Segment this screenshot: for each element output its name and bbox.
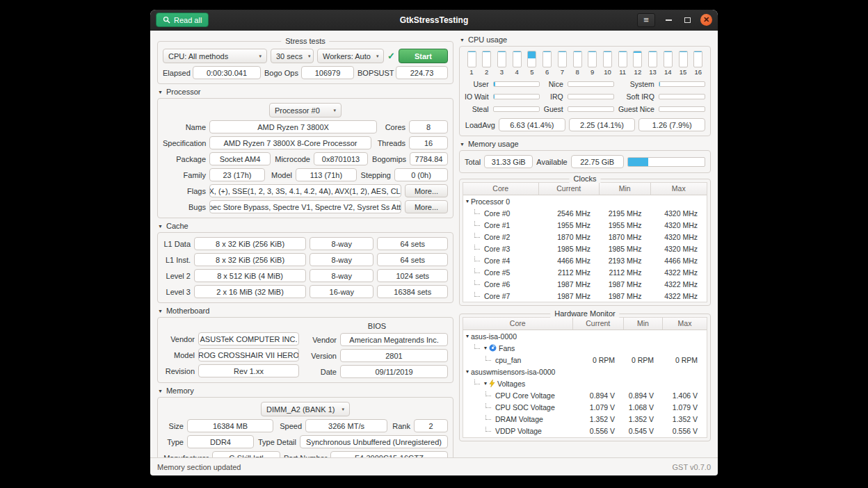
cache-sets-value[interactable]: 1024 sets (377, 269, 448, 282)
sensor-min: 1.352 V (624, 415, 663, 423)
bopsust-value[interactable]: 224.73 (396, 66, 448, 79)
mobo-vendor-value[interactable]: ASUSTeK COMPUTER INC. (198, 332, 299, 345)
cache-sets-value[interactable]: 64 sets (377, 253, 448, 266)
tree-expander-icon[interactable]: ▾ (466, 198, 469, 204)
clock-row-core1[interactable]: Core #1 1955 MHz 1955 MHz 4320 MHz (463, 219, 707, 231)
loadavg-1min[interactable]: 6.63 (41.4%) (499, 118, 565, 131)
hwmon-voltage-row-2[interactable]: DRAM Voltage 1.352 V 1.352 V 1.352 V (463, 413, 707, 425)
tree-expander-icon[interactable]: ▾ (484, 345, 487, 351)
hwmon-voltage-row-0[interactable]: CPU Core Voltage 0.894 V 0.894 V 1.406 V (463, 389, 707, 401)
cpu-usage-expander[interactable]: ▼ CPU usage (460, 35, 711, 44)
hwmon-header-current[interactable]: Current (573, 318, 625, 330)
hwmon-fans-group-row[interactable]: ▾Fans (463, 342, 707, 354)
clocks-header-core[interactable]: Core (463, 183, 539, 195)
titlebar[interactable]: Read all GtkStressTesting ≡ ✕ (150, 10, 718, 31)
cache-size-value[interactable]: 2 x 16 MiB (32 MiB) (194, 285, 306, 298)
clock-row-core7[interactable]: Core #7 1987 MHz 1987 MHz 4322 MHz (463, 290, 707, 302)
package-value[interactable]: Socket AM4 (209, 152, 271, 165)
cache-sets-value[interactable]: 16384 sets (377, 285, 448, 298)
hwmon-fan-row[interactable]: cpu_fan 0 RPM 0 RPM 0 RPM (463, 354, 707, 366)
hwmon-header-core[interactable]: Core (463, 318, 573, 330)
clock-row-core4[interactable]: Core #4 4466 MHz 2193 MHz 4466 MHz (463, 254, 707, 266)
mem-size-value[interactable]: 16384 MB (187, 419, 273, 432)
mem-part-number-value[interactable]: F4-3000C15-16GTZ (330, 451, 448, 457)
processor-expander[interactable]: ▼ Processor (158, 88, 453, 96)
bugs-value[interactable]: Spec Store Bypass, Spectre V1, Spectre V… (209, 200, 401, 213)
cache-assoc-value[interactable]: 8-way (310, 253, 373, 266)
hwmon-chip-row[interactable]: ▾asus-isa-0000 (463, 330, 707, 342)
motherboard-expander[interactable]: ▼ Motherboard (158, 307, 453, 315)
clock-row-core6[interactable]: Core #6 1987 MHz 1987 MHz 4322 MHz (463, 278, 707, 290)
mem-available-value[interactable]: 22.75 GiB (571, 155, 624, 168)
flags-value[interactable]: MMX, (+), SSE(1, 2, 3, 3S, 4.1, 4.2, 4A)… (209, 184, 401, 197)
loadavg-5min[interactable]: 2.25 (14.1%) (569, 118, 636, 131)
clock-row-core3[interactable]: Core #3 1985 MHz 1985 MHz 4320 MHz (463, 243, 707, 254)
clocks-group-row[interactable]: ▾Processor 0 (463, 195, 707, 207)
dimm-selector-dropdown[interactable]: DIMM_A2 (BANK 1) ▾ (261, 402, 350, 416)
cache-assoc-value[interactable]: 8-way (310, 269, 373, 282)
elapsed-value[interactable]: 0:00:30.041 (193, 66, 261, 79)
flags-more-button[interactable]: More... (405, 184, 448, 197)
cache-size-value[interactable]: 8 x 32 KiB (256 KiB) (194, 237, 306, 250)
tree-expander-icon[interactable]: ▾ (466, 333, 469, 339)
processor-selector-dropdown[interactable]: Processor #0 ▾ (269, 103, 341, 117)
hwmon-voltages-group-row[interactable]: ▾Voltages (463, 377, 707, 389)
maximize-button[interactable] (682, 15, 693, 26)
bios-date-value[interactable]: 09/11/2019 (340, 365, 448, 378)
model-value[interactable]: 113 (71h) (296, 168, 357, 181)
mem-type-value[interactable]: DDR4 (187, 435, 254, 448)
cache-sets-value[interactable]: 64 sets (377, 237, 448, 250)
hwmon-voltage-row-4[interactable]: 1.8V PLL Voltage 1.788 V 1.788 V 1.788 V (463, 437, 707, 438)
minimize-button[interactable] (663, 15, 674, 26)
hwmon-voltage-row-3[interactable]: VDDP Voltage 0.556 V 0.545 V 0.556 V (463, 425, 707, 437)
cache-assoc-value[interactable]: 8-way (310, 237, 373, 250)
stepping-value[interactable]: 0 (0h) (394, 168, 448, 181)
cache-size-value[interactable]: 8 x 32 KiB (256 KiB) (194, 253, 306, 266)
cache-expander[interactable]: ▼ Cache (158, 222, 453, 230)
close-button[interactable]: ✕ (700, 14, 712, 26)
clocks-header-min[interactable]: Min (600, 183, 651, 195)
bogomips-value[interactable]: 7784.84 (410, 152, 448, 165)
memory-expander[interactable]: ▼ Memory (158, 387, 453, 395)
mem-speed-value[interactable]: 3266 MT/s (305, 419, 387, 432)
loadavg-15min[interactable]: 1.26 (7.9%) (638, 118, 705, 131)
cores-value[interactable]: 8 (409, 120, 448, 133)
stress-method-dropdown[interactable]: CPU: All methods ▾ (163, 49, 267, 63)
mobo-revision-value[interactable]: Rev 1.xx (198, 364, 299, 377)
specification-value[interactable]: AMD Ryzen 7 3800X 8-Core Processor (209, 136, 371, 149)
bios-version-value[interactable]: 2801 (340, 349, 448, 362)
tree-expander-icon[interactable]: ▾ (466, 368, 469, 375)
cpu-name-value[interactable]: AMD Ryzen 7 3800X (209, 120, 377, 133)
clock-row-core0[interactable]: Core #0 2546 MHz 2195 MHz 4320 MHz (463, 207, 707, 219)
family-value[interactable]: 23 (17h) (209, 168, 265, 181)
memory-usage-expander[interactable]: ▼ Memory usage (460, 140, 711, 148)
mem-total-value[interactable]: 31.33 GiB (484, 155, 533, 168)
hwmon-header-min[interactable]: Min (624, 318, 663, 330)
clock-row-core5[interactable]: Core #5 2112 MHz 2112 MHz 4322 MHz (463, 266, 707, 278)
stress-duration-dropdown[interactable]: 30 secs ▾ (271, 49, 314, 63)
bugs-more-button[interactable]: More... (405, 200, 448, 213)
bios-vendor-value[interactable]: American Megatrends Inc. (340, 333, 448, 346)
mem-manufacturer-value[interactable]: G Skill Intl (212, 451, 280, 457)
cache-size-value[interactable]: 8 x 512 KiB (4 MiB) (194, 269, 306, 282)
tree-expander-icon[interactable]: ▾ (484, 380, 487, 387)
mem-type-detail-value[interactable]: Synchronous Unbuffered (Unregistered) (300, 435, 448, 448)
hwmon-chip-row[interactable]: ▾asuswmisensors-isa-0000 (463, 366, 707, 377)
motherboard-section-title: Motherboard (166, 307, 209, 315)
hwmon-voltage-row-1[interactable]: CPU SOC Voltage 1.079 V 1.068 V 1.079 V (463, 401, 707, 413)
clocks-header-current[interactable]: Current (539, 183, 600, 195)
menu-button[interactable]: ≡ (637, 13, 655, 27)
microcode-value[interactable]: 0x8701013 (314, 152, 368, 165)
clocks-header-max[interactable]: Max (651, 183, 707, 195)
mobo-model-value[interactable]: ROG CROSSHAIR VII HERO (198, 348, 299, 361)
bogo-ops-value[interactable]: 106979 (301, 66, 354, 79)
clock-row-core2[interactable]: Core #2 1870 MHz 1870 MHz 4320 MHz (463, 231, 707, 243)
read-all-button[interactable]: Read all (156, 13, 209, 27)
threads-value[interactable]: 16 (409, 136, 448, 149)
close-icon: ✕ (703, 15, 709, 24)
start-button[interactable]: Start (399, 49, 448, 63)
hwmon-header-max[interactable]: Max (663, 318, 707, 330)
cache-assoc-value[interactable]: 16-way (310, 285, 373, 298)
stress-workers-dropdown[interactable]: Workers: Auto ▾ (317, 49, 384, 63)
mem-rank-value[interactable]: 2 (414, 419, 448, 432)
